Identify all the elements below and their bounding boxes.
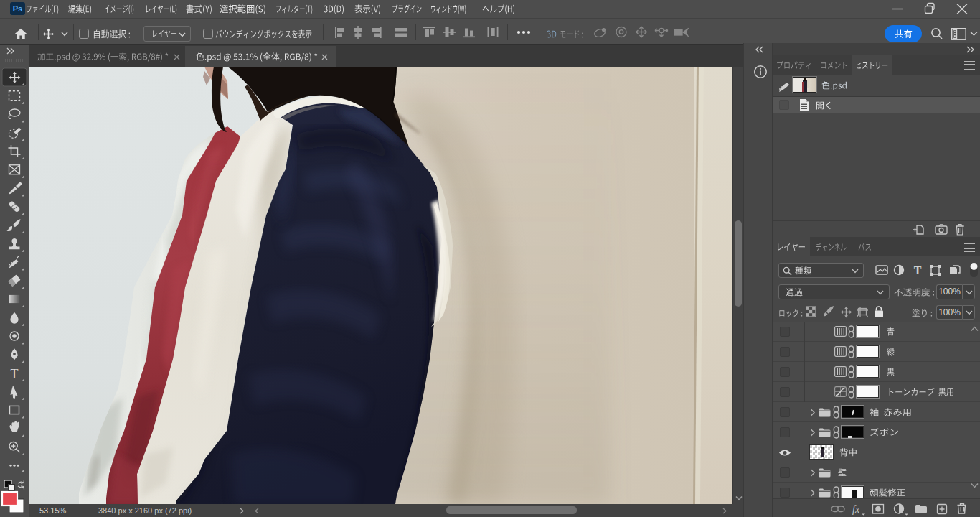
svg-text:fx: fx <box>852 504 860 515</box>
svg-text:T: T <box>11 367 19 381</box>
svg-text:T: T <box>914 264 922 276</box>
